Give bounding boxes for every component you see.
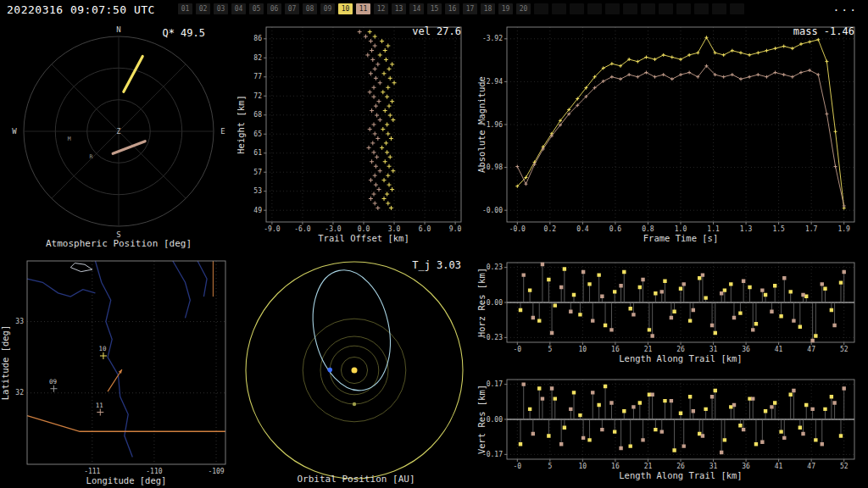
light-curve-chart: -0.00.20.40.60.81.01.11.31.51.71.9-3.92-… xyxy=(475,19,868,254)
svg-text:41: 41 xyxy=(775,346,783,353)
overflow-menu-button[interactable]: ... xyxy=(833,1,858,14)
station-indicator-10[interactable]: 10 xyxy=(338,3,353,14)
station-indicator-02[interactable]: 02 xyxy=(196,3,210,14)
station-indicator-08[interactable]: 08 xyxy=(303,3,317,14)
station-indicator-01[interactable]: 01 xyxy=(178,3,192,14)
station-indicator-empty xyxy=(534,3,548,14)
svg-text:86: 86 xyxy=(253,35,262,42)
panel-ground-map: -111-110-1093332Longitude [deg]Latitude … xyxy=(0,254,237,488)
sun-marker xyxy=(352,368,358,374)
map-lat-tick: 33 xyxy=(15,318,24,325)
polar-marker-R: R xyxy=(90,153,93,160)
station-indicator-14[interactable]: 14 xyxy=(409,3,424,14)
svg-text:53: 53 xyxy=(253,187,262,195)
svg-text:-0: -0 xyxy=(513,346,521,353)
station-indicator-13[interactable]: 13 xyxy=(392,3,406,14)
map-ylabel: Latitude [deg] xyxy=(0,325,10,401)
svg-text:0.4: 0.4 xyxy=(576,225,589,233)
svg-text:10: 10 xyxy=(579,346,587,353)
map-station-cross-11 xyxy=(97,409,103,416)
vert-res-series-station-11 xyxy=(522,382,846,454)
panel-absolute-magnitude: -0.00.20.40.60.81.01.11.31.51.71.9-3.92-… xyxy=(475,19,868,254)
timestamp: 20220316 09:07:50 UTC xyxy=(7,3,155,16)
residuals-charts: -051016212631364147520.23-0.00-0.23Lengt… xyxy=(475,254,868,488)
map-graticule xyxy=(27,261,225,464)
station-indicator-empty xyxy=(694,3,709,14)
map-frame xyxy=(27,261,225,464)
trail-offset-chart: -9.0-6.0-3.00.03.06.09.08682777268656157… xyxy=(237,19,475,254)
station-indicator-empty xyxy=(623,3,637,14)
station-indicator-18[interactable]: 18 xyxy=(481,3,495,14)
trail-offset-frame xyxy=(266,27,461,222)
svg-text:52: 52 xyxy=(840,346,849,353)
station-indicator-20[interactable]: 20 xyxy=(516,3,531,14)
svg-text:3.0: 3.0 xyxy=(388,225,401,233)
orbital-position-chart xyxy=(237,254,475,488)
velocity-annotation: vel 27.6 xyxy=(412,25,461,37)
station-indicator-12[interactable]: 12 xyxy=(374,3,388,14)
svg-text:68: 68 xyxy=(253,111,262,119)
q-value-annotation: Q* 49.5 xyxy=(162,27,205,39)
orbital-position-caption: Orbital Position [AU] xyxy=(237,474,475,485)
svg-text:Trail Offset [km]: Trail Offset [km] xyxy=(318,233,409,243)
station-indicator-09[interactable]: 09 xyxy=(320,3,335,14)
map-lon-tick: -109 xyxy=(208,468,224,475)
compass-east-label: E xyxy=(220,127,225,136)
magnitude-grid xyxy=(507,27,854,222)
map-river xyxy=(27,279,95,297)
svg-text:21: 21 xyxy=(644,346,653,353)
atmospheric-polar-plot: NSEWZMR xyxy=(12,25,225,239)
station-indicator-03[interactable]: 03 xyxy=(214,3,228,14)
svg-text:9.0: 9.0 xyxy=(449,225,462,233)
station-indicator-17[interactable]: 17 xyxy=(463,3,477,14)
meteor-trail-tan xyxy=(113,141,145,154)
svg-text:61: 61 xyxy=(253,149,262,157)
station-indicator-empty xyxy=(712,3,726,14)
station-indicator-19[interactable]: 19 xyxy=(498,3,513,14)
map-station-label-11: 11 xyxy=(96,402,103,409)
station-indicator-04[interactable]: 04 xyxy=(231,3,246,14)
station-indicator-empty xyxy=(552,3,566,14)
svg-text:0.2: 0.2 xyxy=(544,225,557,233)
station-indicator-11[interactable]: 11 xyxy=(356,3,370,14)
station-indicator-empty xyxy=(659,3,673,14)
station-indicator-07[interactable]: 07 xyxy=(285,3,299,14)
svg-text:31: 31 xyxy=(709,346,718,353)
svg-text:0.23: 0.23 xyxy=(487,263,503,271)
svg-text:-9.0: -9.0 xyxy=(264,225,280,233)
svg-text:1.5: 1.5 xyxy=(772,225,785,233)
atmospheric-position-polar-chart: NSEWZMR xyxy=(0,19,237,254)
map-lake-outline xyxy=(70,263,92,272)
station-indicator-15[interactable]: 15 xyxy=(427,3,442,14)
svg-text:Height [km]: Height [km] xyxy=(237,95,246,154)
planet-marker xyxy=(353,402,356,406)
svg-text:36: 36 xyxy=(742,463,750,470)
svg-text:5: 5 xyxy=(548,346,552,353)
svg-text:16: 16 xyxy=(611,346,620,353)
map-river xyxy=(198,261,207,297)
meteor-analysis-dashboard: 20220316 09:07:50 UTC 010203040506070809… xyxy=(0,0,868,488)
station-indicator-05[interactable]: 05 xyxy=(249,3,264,14)
svg-text:1.0: 1.0 xyxy=(675,225,687,233)
station-indicator-06[interactable]: 06 xyxy=(267,3,281,14)
map-station-label-09: 09 xyxy=(49,378,57,385)
horz-res-plot-area: -051016212631364147520.23-0.00-0.23Lengt… xyxy=(476,263,854,363)
map-station-cross-09 xyxy=(50,385,57,392)
svg-text:57: 57 xyxy=(253,169,262,176)
svg-text:-3.92: -3.92 xyxy=(482,35,503,42)
svg-text:0.8: 0.8 xyxy=(642,225,654,233)
svg-text:Length Along Trail [km]: Length Along Trail [km] xyxy=(619,470,742,480)
map-station-label-10: 10 xyxy=(98,345,107,352)
svg-text:-0.00: -0.00 xyxy=(482,207,503,214)
svg-text:5: 5 xyxy=(548,463,552,470)
trail-offset-series-station-11 xyxy=(358,30,382,210)
trail-offset-plot-area: -9.0-6.0-3.00.03.06.09.08682777268656157… xyxy=(237,27,462,243)
map-river xyxy=(173,261,190,318)
vert-res-series-station-10 xyxy=(519,385,843,452)
svg-text:49: 49 xyxy=(253,207,262,214)
station-indicator-16[interactable]: 16 xyxy=(445,3,459,14)
svg-text:6.0: 6.0 xyxy=(419,225,431,233)
compass-north-label: N xyxy=(116,25,120,34)
svg-text:47: 47 xyxy=(807,346,815,353)
svg-text:0.17: 0.17 xyxy=(487,380,503,388)
